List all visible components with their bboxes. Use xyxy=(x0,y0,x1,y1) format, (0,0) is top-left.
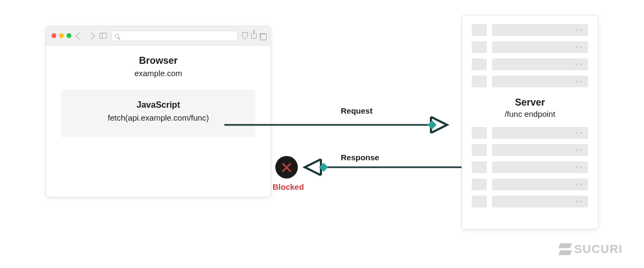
address-bar xyxy=(111,31,238,41)
search-icon xyxy=(115,34,119,38)
server-endpoint: /func endpoint xyxy=(472,109,588,118)
browser-content: Browser example.com JavaScript fetch(api… xyxy=(46,46,270,147)
browser-domain: example.com xyxy=(61,69,255,78)
server-unit xyxy=(472,76,588,87)
blocked-icon xyxy=(275,156,298,178)
server-unit xyxy=(472,127,588,139)
browser-window: Browser example.com JavaScript fetch(api… xyxy=(46,26,271,197)
browser-title: Browser xyxy=(61,55,255,66)
server-rack-top xyxy=(472,24,588,87)
server-unit xyxy=(472,24,588,36)
server-unit xyxy=(472,144,588,156)
svg-rect-5 xyxy=(319,163,328,172)
minimize-dot-icon xyxy=(59,33,64,38)
server-unit xyxy=(472,178,588,190)
forward-icon xyxy=(87,32,95,39)
back-icon xyxy=(76,32,83,39)
shield-icon xyxy=(242,32,248,39)
response-label: Response xyxy=(341,153,379,162)
sidebar-icon xyxy=(99,33,107,39)
request-label: Request xyxy=(341,106,372,115)
brand-mark-icon xyxy=(559,243,571,255)
browser-chrome-bar xyxy=(46,26,270,46)
server-title: Server xyxy=(472,97,588,108)
svg-rect-2 xyxy=(428,121,437,130)
js-code: fetch(api.example.com/func) xyxy=(71,113,246,122)
close-dot-icon xyxy=(52,33,56,38)
server-card: Server /func endpoint xyxy=(462,15,598,229)
javascript-box: JavaScript fetch(api.example.com/func) xyxy=(61,90,255,137)
window-controls xyxy=(52,33,71,38)
brand-name: SUCURI xyxy=(574,242,623,256)
js-title: JavaScript xyxy=(71,100,246,110)
chrome-right-icons xyxy=(242,32,265,39)
server-unit xyxy=(472,161,588,173)
blocked-label: Blocked xyxy=(273,182,304,191)
server-rack-bottom xyxy=(472,127,588,207)
brand-logo: SUCURI xyxy=(559,242,623,256)
server-unit xyxy=(472,196,588,207)
maximize-dot-icon xyxy=(67,33,71,38)
server-label: Server /func endpoint xyxy=(472,97,588,118)
share-icon xyxy=(251,33,257,39)
server-unit xyxy=(472,41,588,53)
server-unit xyxy=(472,58,588,70)
tabs-icon xyxy=(260,33,265,39)
